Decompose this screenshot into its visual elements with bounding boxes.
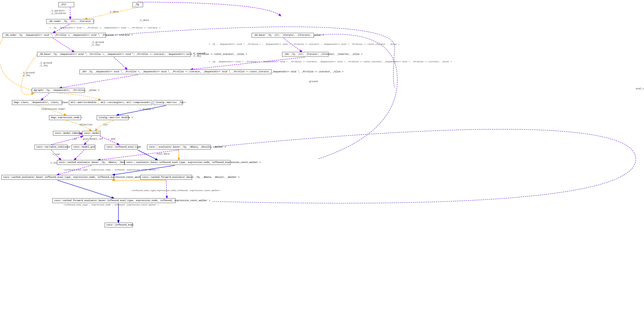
label-v-ind-1: v_ind <box>52 153 60 156</box>
svg-line-8 <box>41 93 49 100</box>
label-c-data-2: _C_data <box>139 19 149 22</box>
node-ctr: _Ctr <box>58 2 74 7</box>
node-coco-evaluator-base-infbound: coco::_evaluator_base< infbound_eval_typ… <box>125 160 230 165</box>
label-c-ground-sky-3: _C_ground_C_sky <box>39 62 52 67</box>
node-coco-cached-eval-infbound: coco::cached_evaluator_base< infbound_ev… <box>1 175 114 180</box>
node-dg-full: _DG< _Tp, _SequenceCtr< void *, _PtrAllo… <box>79 69 272 74</box>
svg-line-5 <box>114 57 127 69</box>
label-objective: objective <box>79 124 92 126</box>
svg-line-6 <box>191 57 305 69</box>
node-coco-cached-eval-tp: coco::cached_evaluator_base< _Tp, _NData… <box>57 160 125 165</box>
label-v-ind-2: v_ind <box>50 162 57 164</box>
svg-line-1 <box>85 7 138 19</box>
node-mtl-matrix: mtl::matrix<double , mtl::rectangle<>, m… <box>69 100 152 105</box>
label-large-2: < _Tp, _SequenceCtr< void *, _PtrAlloc >… <box>209 60 452 63</box>
node-dg-base-full: _DG_base< _Tp, _Ctr, _Iterator, _CIterat… <box>252 33 314 38</box>
node-coco-evaluator-base-tp: coco::_evaluator_base< _Tp, _NData, _Res… <box>147 145 211 149</box>
label-c-data-1: _C_data <box>109 11 119 13</box>
label-infbound-params-3: <infbound_eval_type , expression_node , … <box>64 204 159 206</box>
svg-line-12 <box>100 136 119 145</box>
node-coco-model-gid: coco::model_gid <box>72 145 95 149</box>
label-infbound-params-2: <infbound_eval_type,expression_node,infb… <box>131 189 220 192</box>
node-coco-infbound-eval-type: coco::infbound_eval_type <box>105 145 138 149</box>
label-c-ground-sky-4: _C_ground_C_sky <box>22 72 35 77</box>
svg-line-7 <box>60 75 138 88</box>
node-coco-model: coco::model <box>82 131 101 136</box>
label-c-parents: _C_parents_C_children <box>50 10 66 15</box>
label-mod: ~ mod <box>108 138 115 140</box>
node-tp: _Tp <box>132 2 143 7</box>
node-dg-node-simple: _DG_node< _Tp, _Ctr, _Iterator > <box>46 19 94 24</box>
node-coco-variable-indicator: coco::variable_indicator <box>34 145 68 149</box>
label-lin: lin <box>103 124 108 126</box>
svg-line-11 <box>84 136 92 145</box>
label-gid-model-ref: gid/ model_ref <box>83 138 103 140</box>
node-dgraph: dgraph< _Tp, _SequenceCtr, _PtrAlloc, _A… <box>32 88 85 93</box>
node-dag-expr: dag< expression_node > <box>49 115 81 120</box>
label-large-1: < _Tp , _SequenceCtr< void *, _PtrAlloc … <box>209 43 399 45</box>
node-coco-cached-fwd-tp: coco::cached_forward_evaluator_base< _Tp… <box>140 175 192 180</box>
node-linalg-double: linalg::matrix< double > <box>97 115 128 120</box>
label-eval-data: eval_data <box>157 153 170 155</box>
label-double: < double > <box>140 108 154 111</box>
node-dg-node-full: _DG_node< _Tp, _SequenceCtr< void *, _Pt… <box>3 33 106 38</box>
diagram-container: _Ctr _Tp _DG_node< _Tp, _Ctr, _Iterator … <box>0 0 644 335</box>
label-ground-detected: ground <box>309 80 318 83</box>
diagram-arrows <box>0 0 644 335</box>
svg-line-15 <box>138 150 158 160</box>
label-eval-data-right: eval_data <box>636 87 644 90</box>
label-expression-node: <expression_node> <box>41 108 65 111</box>
node-coco-infbound-eval: coco::infbound_eval <box>105 223 132 227</box>
node-coco-model-iddata: coco::model_iddata <box>53 131 79 136</box>
node-coco-cached-fwd-infbound: coco::cached_forward_evaluator_base< inf… <box>52 198 176 203</box>
label-id: _id <box>72 138 76 140</box>
label-infbound-params-1: <infbound_eval_type , expression_node , … <box>64 169 159 171</box>
svg-line-3 <box>53 38 74 52</box>
label-seq-iter: < _Tp, _SequenceCtr< void *, _PtrAlloc >… <box>50 27 161 29</box>
svg-line-19 <box>57 180 114 198</box>
svg-line-23 <box>74 150 84 160</box>
label-c-ground-sky-1: _C_ground_C_sky <box>91 41 104 46</box>
node-dg-base-seq: _DG_base< _Tp, _SequenceCtr< void *, _Pt… <box>37 52 191 57</box>
node-linalg-tp: linalg::matrix< _Tp > <box>154 100 183 105</box>
node-dg-tp-ctr: _DG< _Tp, _Ctr, _Iterator, _CIterator, _… <box>282 52 328 57</box>
node-dag-class: dag< class, _SequenceCtr, class, class > <box>12 100 62 105</box>
